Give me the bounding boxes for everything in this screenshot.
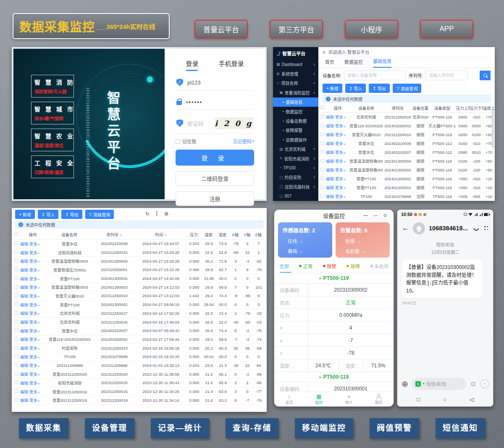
sms-input[interactable]: 1 ▾ 短信/彩信 — [412, 378, 466, 390]
more-link[interactable]: 更多∨ — [29, 329, 40, 333]
nav-recents-icon[interactable]: □ — [417, 396, 420, 403]
attach-plus-icon[interactable]: ⊕ — [402, 380, 408, 388]
more-link[interactable]: 更多∨ — [335, 132, 346, 137]
device-header[interactable]: ● PT500-119 — [274, 372, 394, 382]
sidebar-item[interactable]: ▪ 数据监控 — [273, 107, 318, 116]
remember-me[interactable]: 记住我 — [176, 138, 196, 145]
nav-back-icon[interactable]: ◁ — [470, 396, 474, 403]
more-link[interactable]: 更多∨ — [335, 168, 346, 172]
row-checkbox[interactable] — [320, 150, 324, 154]
column-header[interactable]: 时间⇅ — [135, 232, 186, 237]
gear-icon[interactable]: ⚙ — [164, 211, 169, 217]
more-link[interactable]: 更多∨ — [29, 259, 40, 264]
sidebar-item[interactable]: ▪ 基础信息 — [273, 98, 318, 107]
edit-link[interactable]: 编辑 — [326, 141, 334, 146]
filter-tab[interactable]: 全部 — [279, 263, 289, 269]
more-link[interactable]: 更多∨ — [29, 363, 40, 368]
more-link[interactable]: 更多∨ — [29, 381, 40, 385]
row-checkbox[interactable] — [14, 380, 18, 384]
column-header[interactable]: 设备类型 — [428, 105, 456, 111]
column-header[interactable]: 设备名称 — [349, 105, 383, 111]
column-header[interactable]: 压力上限 — [456, 105, 470, 111]
admin-tab[interactable]: 基础信息 — [373, 58, 391, 68]
edit-link[interactable]: 编辑 — [326, 150, 334, 155]
row-checkbox[interactable] — [14, 354, 18, 358]
sidebar-item[interactable]: ✧ 项目名称 ∧ — [273, 79, 318, 88]
admin-tab[interactable]: 数据监控 — [344, 58, 363, 68]
sidebar-item[interactable]: ▢ 007 — [273, 191, 318, 200]
column-header[interactable]: 设备名称 — [46, 232, 93, 237]
edit-link[interactable]: 编辑 — [326, 168, 334, 172]
contact-number[interactable]: 1068384619... — [429, 225, 470, 232]
row-checkbox[interactable] — [14, 398, 18, 402]
password-field[interactable]: •••••• — [176, 94, 254, 110]
more-link[interactable]: 更多∨ — [29, 311, 40, 316]
tab-intro[interactable]: ★简介 — [345, 394, 352, 405]
more-link[interactable]: 更多∨ — [335, 150, 346, 155]
scrollbar[interactable] — [492, 110, 494, 148]
density-icon[interactable]: I — [156, 211, 158, 217]
edit-link[interactable]: 编辑 — [20, 355, 28, 359]
more-link[interactable]: 更多∨ — [29, 250, 40, 255]
sort-icon[interactable]: ⇅ — [119, 233, 122, 237]
edit-link[interactable]: 编辑 — [326, 124, 334, 128]
captcha-image[interactable]: i 2 0 g — [215, 117, 253, 129]
qr-login-button[interactable]: 二维码登录 — [176, 171, 254, 186]
footer-button[interactable]: 短信通知 — [436, 418, 485, 438]
edit-link[interactable]: 编辑 — [20, 346, 28, 350]
row-checkbox[interactable] — [14, 320, 18, 324]
advanced-query-button[interactable]: ▽高级查询 — [85, 210, 114, 219]
edit-link[interactable]: 编辑 — [326, 132, 334, 137]
avatar[interactable] — [413, 222, 425, 235]
row-checkbox[interactable] — [14, 363, 18, 367]
edit-link[interactable]: 编辑 — [20, 294, 28, 298]
header-nav-button[interactable]: APP — [420, 20, 473, 38]
edit-link[interactable]: 编辑 — [20, 337, 28, 342]
row-checkbox[interactable] — [320, 141, 324, 145]
more-link[interactable]: 更多∨ — [29, 294, 40, 298]
row-checkbox[interactable] — [14, 250, 18, 254]
tab-account-login[interactable]: 登录 — [186, 59, 198, 71]
login-button[interactable]: 登 录 — [176, 150, 254, 166]
edit-link[interactable]: 编辑 — [20, 268, 28, 272]
column-header[interactable]: 序列号 — [383, 105, 412, 111]
export-button[interactable]: ↥导出 — [369, 84, 389, 93]
column-header[interactable]: Z轴 — [253, 232, 264, 237]
edit-link[interactable]: 编辑 — [20, 381, 28, 385]
username-field[interactable]: ✓ pl123 — [176, 74, 254, 91]
more-link[interactable]: 更多∨ — [29, 285, 40, 290]
more-link[interactable]: 更多∨ — [29, 337, 40, 342]
edit-link[interactable]: 编辑 — [20, 285, 28, 290]
forgot-password-link[interactable]: 忘记密码? — [233, 138, 254, 145]
row-checkbox[interactable] — [320, 185, 324, 189]
column-header[interactable]: Y轴 — [242, 232, 253, 237]
row-checkbox[interactable] — [320, 168, 324, 171]
row-checkbox[interactable] — [14, 337, 18, 341]
header-nav-button[interactable]: 第三方平台 — [270, 20, 323, 38]
more-link[interactable]: 更多∨ — [29, 398, 40, 403]
edit-link[interactable]: 编辑 — [20, 329, 28, 333]
more-link[interactable]: 更多∨ — [29, 320, 40, 324]
edit-link[interactable]: 编辑 — [20, 250, 28, 255]
edit-link[interactable]: 编辑 — [20, 311, 28, 316]
more-dots-icon[interactable]: ••• — [363, 213, 368, 217]
remember-checkbox[interactable] — [176, 139, 180, 144]
edit-link[interactable]: 编辑 — [20, 320, 28, 324]
phone-icon[interactable] — [473, 225, 480, 232]
sidebar-item[interactable]: ✎ 安阳杰威消防 ∨ — [273, 154, 318, 163]
device-name-input[interactable] — [344, 71, 406, 80]
edit-link[interactable]: 编辑 — [20, 398, 28, 403]
import-button[interactable]: ↧导入 — [345, 84, 366, 93]
tab-home[interactable]: ⌂首页 — [285, 394, 293, 405]
row-checkbox[interactable] — [320, 177, 324, 180]
filter-tab[interactable]: 故障 — [346, 263, 360, 269]
column-header[interactable]: 操作 — [326, 105, 349, 111]
row-checkbox[interactable] — [320, 194, 324, 198]
footer-button[interactable]: 查询-存储 — [226, 418, 278, 438]
select-all-checkbox[interactable] — [14, 232, 18, 236]
sidebar-item[interactable]: ▪ 故障报警 — [273, 126, 318, 135]
row-checkbox[interactable] — [14, 302, 18, 306]
admin-tab[interactable]: 首页 — [325, 58, 334, 68]
add-button[interactable]: +新增 — [323, 84, 342, 93]
close-target-icon[interactable]: ⊙ — [383, 213, 387, 218]
